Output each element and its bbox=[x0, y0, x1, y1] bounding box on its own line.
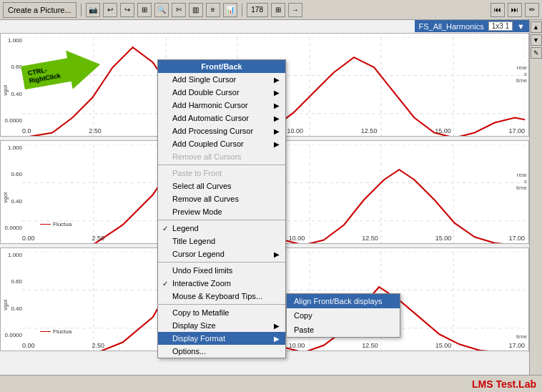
toolbar-icon-8[interactable]: ≡ bbox=[206, 3, 220, 17]
right-btn-3[interactable]: ✎ bbox=[531, 47, 542, 59]
menu-legend[interactable]: Legend bbox=[158, 222, 285, 235]
toolbar-icon-6[interactable]: ✄ bbox=[172, 3, 186, 17]
menu-paste-to-front[interactable]: Paste to Front bbox=[158, 167, 285, 180]
status-bar: LMS Test.Lab bbox=[0, 375, 542, 392]
right-btn-2[interactable]: ▼ bbox=[531, 34, 542, 46]
menu-remove-all-curves[interactable]: Remove all Curves bbox=[158, 192, 285, 205]
menu-add-processing-cursor[interactable]: Add Processing Cursor ▶ bbox=[158, 124, 285, 137]
context-menu-header: Front/Back bbox=[158, 60, 285, 73]
submenu-arrow-icon-6: ▶ bbox=[274, 140, 280, 148]
toolbar-icon-9[interactable]: 📊 bbox=[223, 3, 237, 17]
menu-display-format[interactable]: Display Format ▶ bbox=[158, 332, 285, 345]
menu-title-legend[interactable]: Title Legend bbox=[158, 235, 285, 248]
right-btn-1[interactable]: ▲ bbox=[531, 21, 542, 33]
submenu-arrow-icon-8: ▶ bbox=[274, 322, 280, 330]
submenu-arrow-icon-2: ▶ bbox=[274, 89, 280, 97]
testlab-text: Test.Lab bbox=[493, 378, 536, 390]
chart-name: FS_All_Harmonics bbox=[419, 22, 484, 31]
fluctua-2: Fluctua bbox=[40, 328, 72, 335]
separator-1 bbox=[81, 4, 82, 16]
menu-add-automatic-cursor[interactable]: Add Automatic Cursor ▶ bbox=[158, 112, 285, 124]
context-menu: Front/Back Add Single Cursor ▶ Add Doubl… bbox=[157, 59, 286, 358]
panel2-side-labels: rear s time bbox=[516, 172, 527, 191]
toolbar-nav-3[interactable]: ✏ bbox=[525, 3, 539, 17]
separator-ctx-3 bbox=[158, 262, 285, 263]
submenu-arrow-icon: ▶ bbox=[274, 76, 280, 84]
y-axis-numbers-3: 1.000 0.60 0.40 0.0000 bbox=[2, 252, 22, 338]
create-picture-button[interactable]: Create a Picture... bbox=[3, 2, 77, 18]
menu-mouse-keyboard[interactable]: Mouse & Keyboard Tips... bbox=[158, 290, 285, 303]
right-toolbar: ▲ ▼ ✎ bbox=[529, 20, 542, 375]
toolbar: Create a Picture... 📷 ↩ ↪ ⊞ 🔍 ✄ ▥ ≡ 📊 17… bbox=[0, 0, 542, 20]
toolbar-icon-4[interactable]: ⊞ bbox=[137, 3, 152, 17]
submenu-arrow-icon-7: ▶ bbox=[274, 250, 280, 258]
toolbar-icon-11[interactable]: ⊞ bbox=[271, 3, 285, 17]
menu-add-single-cursor[interactable]: Add Single Cursor ▶ bbox=[158, 73, 285, 86]
toolbar-icon-10[interactable]: 178 bbox=[247, 3, 268, 17]
separator-ctx-4 bbox=[158, 304, 285, 305]
chart-area: FS_All_Harmonics 1x3 1 ▼ CTRL-RightClick… bbox=[0, 20, 529, 375]
y-axis-numbers-1: 1.000 0.60 0.40 0.0000 bbox=[2, 37, 22, 124]
y-axis-label-3: vgol bbox=[2, 300, 9, 310]
toolbar-icon-5[interactable]: 🔍 bbox=[154, 3, 169, 17]
size-button[interactable]: 1x3 1 bbox=[488, 21, 513, 31]
menu-select-all-curves[interactable]: Select all Curves bbox=[158, 180, 285, 192]
toolbar-icon-2[interactable]: ↩ bbox=[103, 3, 117, 17]
display-format-submenu: Align Front/Back displays Copy Paste bbox=[286, 293, 400, 338]
ctrl-annotation: CTRL-RightClick bbox=[22, 52, 101, 91]
menu-undo-fixed[interactable]: Undo Fixed limits bbox=[158, 264, 285, 277]
separator-ctx-1 bbox=[158, 165, 285, 165]
toolbar-icon-3[interactable]: ↪ bbox=[120, 3, 134, 17]
ctrl-text: CTRL-RightClick bbox=[27, 64, 61, 84]
submenu-arrow-icon-9: ▶ bbox=[274, 335, 280, 343]
toolbar-nav-2[interactable]: ⏭ bbox=[508, 3, 522, 17]
separator-ctx-2 bbox=[158, 220, 285, 220]
chart-label-bar: FS_All_Harmonics 1x3 1 ▼ bbox=[415, 20, 529, 32]
fluctua-1: Fluctua bbox=[40, 221, 72, 227]
submenu-copy[interactable]: Copy bbox=[287, 308, 400, 323]
submenu-align-front-back[interactable]: Align Front/Back displays bbox=[287, 294, 400, 308]
toolbar-nav-1[interactable]: ⏮ bbox=[491, 3, 505, 17]
menu-preview-mode[interactable]: Preview Mode bbox=[158, 205, 285, 218]
main-area: FS_All_Harmonics 1x3 1 ▼ CTRL-RightClick… bbox=[0, 20, 542, 375]
panel3-side-labels: time bbox=[516, 333, 527, 340]
ctrl-arrow: CTRL-RightClick bbox=[19, 45, 104, 97]
submenu-paste[interactable]: Paste bbox=[287, 323, 400, 337]
panel1-side-labels: rear s time bbox=[516, 64, 527, 84]
separator-2 bbox=[242, 4, 242, 16]
menu-add-coupled-cursor[interactable]: Add Coupled Cursor ▶ bbox=[158, 137, 285, 150]
menu-interactive-zoom[interactable]: Interactive Zoom bbox=[158, 277, 285, 290]
submenu-arrow-icon-5: ▶ bbox=[274, 127, 280, 135]
y-axis-numbers-2: 1.000 0.60 0.40 0.0000 bbox=[2, 144, 22, 231]
menu-add-double-cursor[interactable]: Add Double Cursor ▶ bbox=[158, 86, 285, 99]
menu-display-size[interactable]: Display Size ▶ bbox=[158, 319, 285, 332]
menu-add-harmonic-cursor[interactable]: Add Harmonic Cursor ▶ bbox=[158, 99, 285, 112]
menu-cursor-legend[interactable]: Cursor Legend ▶ bbox=[158, 248, 285, 260]
menu-options[interactable]: Options... bbox=[158, 345, 285, 358]
toolbar-icon-1[interactable]: 📷 bbox=[86, 3, 100, 17]
lms-logo: LMS Test.Lab bbox=[472, 378, 536, 390]
toolbar-icon-7[interactable]: ▥ bbox=[189, 3, 203, 17]
toolbar-icon-12[interactable]: → bbox=[288, 3, 302, 17]
submenu-arrow-icon-3: ▶ bbox=[274, 102, 280, 109]
submenu-arrow-icon-4: ▶ bbox=[274, 114, 280, 122]
lms-text: LMS bbox=[472, 378, 493, 390]
menu-copy-to-metafile[interactable]: Copy to Metafile bbox=[158, 306, 285, 319]
y-axis-label-1: vgol bbox=[2, 85, 9, 96]
y-axis-label-2: vgol bbox=[2, 192, 9, 203]
menu-remove-all-cursors: Remove all Cursors bbox=[158, 150, 285, 163]
dropdown-arrow-icon[interactable]: ▼ bbox=[517, 22, 525, 31]
